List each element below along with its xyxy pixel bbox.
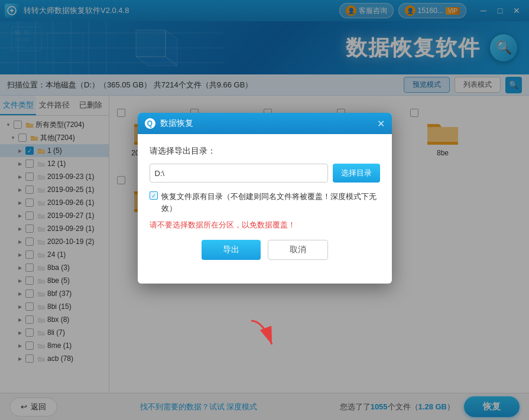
select-directory-button[interactable]: 选择目录	[333, 164, 380, 183]
dialog-header: Q 数据恢复 ✕	[138, 113, 392, 134]
export-button[interactable]: 导出	[202, 240, 261, 260]
dialog-warning: 请不要选择数据所在分区，以免数据覆盖！	[150, 220, 380, 230]
dialog-title: 数据恢复	[160, 118, 193, 129]
dialog-checkbox-text: 恢复文件原有目录（不创建则同名文件将被覆盖！深度模式下无效）	[161, 191, 380, 214]
data-recovery-dialog: Q 数据恢复 ✕ 请选择导出目录： 选择目录 ✓ 恢复文件原有目录（不创建则同名…	[138, 113, 392, 284]
modal-overlay: Q 数据恢复 ✕ 请选择导出目录： 选择目录 ✓ 恢复文件原有目录（不创建则同名…	[0, 0, 529, 420]
output-path-input[interactable]	[150, 164, 328, 183]
dialog-label: 请选择导出目录：	[150, 146, 380, 157]
dialog-body: 请选择导出目录： 选择目录 ✓ 恢复文件原有目录（不创建则同名文件将被覆盖！深度…	[138, 134, 392, 284]
dialog-footer: 导出 取消	[150, 240, 380, 272]
dialog-close-button[interactable]: ✕	[377, 118, 385, 129]
cancel-button[interactable]: 取消	[268, 240, 328, 260]
dialog-checkbox-row: ✓ 恢复文件原有目录（不创建则同名文件将被覆盖！深度模式下无效）	[150, 191, 380, 214]
restore-path-checkbox[interactable]: ✓	[150, 191, 158, 200]
dialog-header-icon: Q	[145, 118, 155, 129]
dialog-input-row: 选择目录	[150, 164, 380, 183]
